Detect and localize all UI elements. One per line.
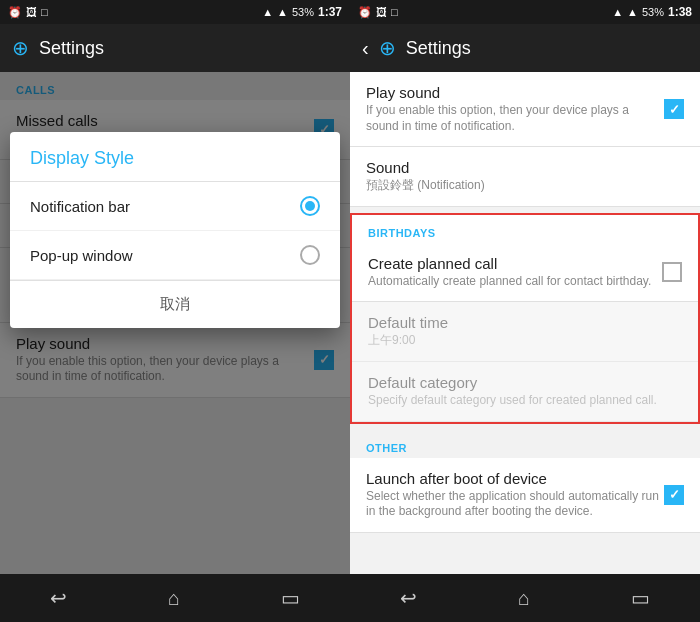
home-btn-left[interactable]: ⌂ (168, 587, 180, 610)
default-category-text: Default category Specify default categor… (368, 374, 682, 409)
back-icon-right[interactable]: ‹ (362, 37, 369, 60)
play-sound-item-right[interactable]: Play sound If you enable this option, th… (350, 72, 700, 147)
toolbar-right: ‹ ⊕ Settings (350, 24, 700, 72)
default-time-item: Default time 上午9:00 (352, 302, 698, 362)
create-planned-call-item[interactable]: Create planned call Automatically create… (352, 243, 698, 303)
section-birthdays: BIRTHDAYS (352, 215, 698, 243)
recents-btn-left[interactable]: ▭ (281, 586, 300, 610)
toolbar-title-right: Settings (406, 38, 471, 59)
display-style-dialog: Display Style Notification bar Pop-up wi… (10, 132, 340, 328)
alarm-icon: ⏰ (8, 6, 22, 19)
recents-btn-right[interactable]: ▭ (631, 586, 650, 610)
radio-notification[interactable] (300, 196, 320, 216)
default-category-title: Default category (368, 374, 682, 391)
phone-icon: □ (41, 6, 48, 18)
time-left: 1:37 (318, 5, 342, 19)
battery-right: 53% (642, 6, 664, 18)
play-sound-checkbox-right[interactable] (664, 99, 684, 119)
default-category-subtitle: Specify default category used for create… (368, 393, 682, 409)
status-right-right: ▲ ▲ 53% 1:38 (612, 5, 692, 19)
sound-subtitle: 預設鈴聲 (Notification) (366, 178, 684, 194)
launch-after-boot-checkbox[interactable] (664, 485, 684, 505)
create-planned-call-title: Create planned call (368, 255, 662, 272)
settings-icon-right: ⊕ (379, 36, 396, 60)
right-panel: ⏰ 🖼 □ ▲ ▲ 53% 1:38 ‹ ⊕ Settings Play sou… (350, 0, 700, 622)
create-planned-call-checkbox[interactable] (662, 262, 682, 282)
default-time-subtitle: 上午9:00 (368, 333, 682, 349)
sound-title: Sound (366, 159, 684, 176)
status-icons-left: ⏰ 🖼 □ (8, 6, 48, 19)
left-content: CALLS Missed calls Create to-do call ite… (0, 72, 350, 574)
default-time-title: Default time (368, 314, 682, 331)
create-planned-call-subtitle: Automatically create planned call for co… (368, 274, 662, 290)
play-sound-subtitle-right: If you enable this option, then your dev… (366, 103, 664, 134)
section-other: OTHER (350, 430, 700, 458)
option-popup-label: Pop-up window (30, 247, 133, 264)
image-icon: 🖼 (26, 6, 37, 18)
left-panel: ⏰ 🖼 □ ▲ ▲ 53% 1:37 ⊕ Settings CALLS Miss… (0, 0, 350, 622)
home-btn-right[interactable]: ⌂ (518, 587, 530, 610)
alarm-icon-right: ⏰ (358, 6, 372, 19)
create-planned-call-text: Create planned call Automatically create… (368, 255, 662, 290)
signal-icon: ▲ (277, 6, 288, 18)
settings-icon-left: ⊕ (12, 36, 29, 60)
phone-icon-right: □ (391, 6, 398, 18)
dialog-option-popup[interactable]: Pop-up window (10, 231, 340, 280)
dialog-cancel-btn[interactable]: 取消 (10, 280, 340, 328)
radio-popup[interactable] (300, 245, 320, 265)
wifi-icon-right: ▲ (612, 6, 623, 18)
signal-icon-right: ▲ (627, 6, 638, 18)
nav-bar-right: ↩ ⌂ ▭ (350, 574, 700, 622)
launch-after-boot-title: Launch after boot of device (366, 470, 664, 487)
play-sound-title-right: Play sound (366, 84, 664, 101)
image-icon-right: 🖼 (376, 6, 387, 18)
option-notification-label: Notification bar (30, 198, 130, 215)
toolbar-title-left: Settings (39, 38, 104, 59)
back-btn-left[interactable]: ↩ (50, 586, 67, 610)
radio-inner-notification (305, 201, 315, 211)
toolbar-left: ⊕ Settings (0, 24, 350, 72)
launch-after-boot-subtitle: Select whether the application should au… (366, 489, 664, 520)
status-bar-left: ⏰ 🖼 □ ▲ ▲ 53% 1:37 (0, 0, 350, 24)
nav-bar-left: ↩ ⌂ ▭ (0, 574, 350, 622)
status-icons-right: ▲ ▲ 53% 1:37 (262, 5, 342, 19)
battery-left: 53% (292, 6, 314, 18)
wifi-icon: ▲ (262, 6, 273, 18)
sound-item[interactable]: Sound 預設鈴聲 (Notification) (350, 147, 700, 207)
dialog-title: Display Style (10, 132, 340, 182)
default-category-item: Default category Specify default categor… (352, 362, 698, 422)
dialog-option-notification[interactable]: Notification bar (10, 182, 340, 231)
birthdays-section: BIRTHDAYS Create planned call Automatica… (350, 213, 700, 424)
launch-after-boot-item[interactable]: Launch after boot of device Select wheth… (350, 458, 700, 533)
launch-after-boot-text: Launch after boot of device Select wheth… (366, 470, 664, 520)
play-sound-text-right: Play sound If you enable this option, th… (366, 84, 664, 134)
status-bar-right: ⏰ 🖼 □ ▲ ▲ 53% 1:38 (350, 0, 700, 24)
back-btn-right[interactable]: ↩ (400, 586, 417, 610)
status-icons-right-panel: ⏰ 🖼 □ (358, 6, 398, 19)
right-content: Play sound If you enable this option, th… (350, 72, 700, 574)
default-time-text: Default time 上午9:00 (368, 314, 682, 349)
sound-text: Sound 預設鈴聲 (Notification) (366, 159, 684, 194)
time-right: 1:38 (668, 5, 692, 19)
